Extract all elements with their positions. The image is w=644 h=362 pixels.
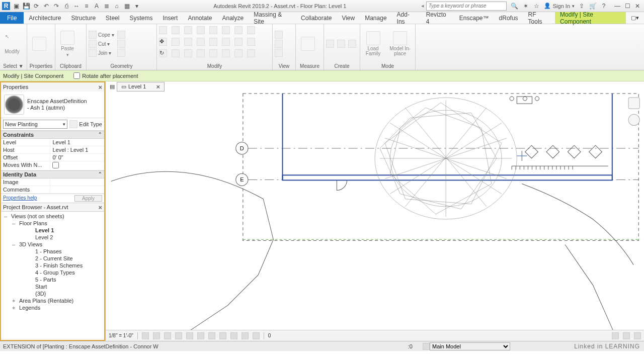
scale-icon[interactable]	[209, 49, 217, 57]
tree-node[interactable]: 4 - Group Types	[1, 269, 104, 276]
create-icon[interactable]	[348, 40, 356, 48]
tab-revizto[interactable]: Revizto 4	[421, 12, 454, 24]
thin-lines-icon[interactable]: ≣	[103, 2, 111, 10]
favorite-icon[interactable]: ☆	[533, 2, 541, 10]
join-button[interactable]: Join ▾	[89, 49, 114, 57]
offset-icon[interactable]	[172, 38, 180, 46]
tree-node[interactable]: 5 - Parts	[1, 276, 104, 283]
modify-tool-icon[interactable]	[234, 26, 243, 34]
tree-node[interactable]: Start	[1, 283, 104, 290]
properties-palette-header[interactable]: Properties ×	[0, 81, 105, 92]
modify-tool-icon[interactable]	[247, 26, 255, 34]
view-tab-level1[interactable]: ▭Level 1 ×	[117, 82, 165, 92]
delete-icon[interactable]	[234, 49, 243, 57]
switch-windows-icon[interactable]: ▦	[123, 2, 131, 10]
section-constraints[interactable]: Constraints⌃	[1, 131, 104, 139]
project-browser-close-icon[interactable]: ×	[98, 204, 102, 211]
search-input[interactable]	[426, 2, 507, 11]
history-back-icon[interactable]: ◂	[419, 3, 426, 9]
modify-tool-icon[interactable]	[234, 38, 243, 46]
mirror-icon[interactable]	[184, 38, 192, 46]
prop-level-value[interactable]: Level 1	[50, 139, 104, 146]
tab-systems[interactable]: Systems	[124, 12, 157, 24]
paste-button[interactable]: Paste▾	[57, 31, 77, 57]
instance-filter-combo[interactable]: New Planting▾	[3, 120, 67, 129]
close-icon[interactable]: ✕	[633, 3, 642, 10]
modify-tool-icon[interactable]	[159, 26, 167, 34]
type-selector[interactable]: Enscape AssetDefinition - Ash 1 (autmn)	[1, 92, 104, 118]
project-browser-header[interactable]: Project Browser - Asset.rvt ×	[0, 203, 105, 212]
measure-icon[interactable]: ↔	[72, 2, 80, 10]
tab-analyze[interactable]: Analyze	[217, 12, 249, 24]
workset-combo[interactable]: Main Model	[430, 342, 510, 350]
edit-type-button[interactable]: Edit Type	[69, 120, 102, 128]
selection-toggle-icon[interactable]	[612, 332, 619, 339]
cart-icon[interactable]: 🛒	[589, 2, 597, 10]
redo-icon[interactable]: ↷	[52, 2, 60, 10]
tree-node[interactable]: 1 - Phases	[1, 248, 104, 255]
detail-level-icon[interactable]	[142, 332, 149, 339]
properties-button[interactable]	[29, 37, 49, 51]
modify-tool-icon[interactable]	[222, 38, 230, 46]
modify-tool-icon[interactable]	[184, 26, 192, 34]
tab-structure[interactable]: Structure	[66, 12, 101, 24]
apply-button[interactable]: Apply	[74, 195, 102, 202]
filter-icon[interactable]	[623, 332, 630, 339]
tab-addins[interactable]: Add-Ins	[392, 12, 421, 24]
tab-massing-site[interactable]: Massing & Site	[249, 12, 296, 24]
rotate-icon[interactable]: ↻	[159, 49, 167, 57]
ribbon-collapse-icon[interactable]: ▢▾	[626, 12, 644, 24]
properties-help-link[interactable]: Properties help	[3, 195, 37, 202]
key-icon[interactable]: ✶	[522, 2, 530, 10]
close-hidden-icon[interactable]: ⌂	[113, 2, 121, 10]
constraints-icon[interactable]	[253, 332, 260, 339]
pin-icon[interactable]	[222, 49, 230, 57]
tree-node[interactable]: 2 - Current Site	[1, 255, 104, 262]
links-icon[interactable]	[634, 332, 641, 339]
exchange-icon[interactable]: ⇪	[578, 2, 586, 10]
load-family-button[interactable]: Load Family	[362, 31, 384, 56]
crop-icon[interactable]	[197, 332, 204, 339]
rotate-after-placement-checkbox[interactable]: Rotate after placement	[73, 72, 138, 79]
hide-isolate-icon[interactable]	[219, 332, 226, 339]
search-icon[interactable]: 🔍	[511, 2, 519, 10]
tab-view[interactable]: View	[337, 12, 360, 24]
geom-icon-3[interactable]	[117, 49, 125, 57]
trim-icon[interactable]	[172, 49, 180, 57]
tab-manage[interactable]: Manage	[360, 12, 391, 24]
modify-tool-icon[interactable]	[222, 26, 230, 34]
help-icon[interactable]: ?	[600, 2, 608, 10]
create-icon[interactable]	[337, 40, 345, 48]
sun-path-icon[interactable]	[164, 332, 171, 339]
workset-icon[interactable]	[423, 343, 430, 350]
modify-tool-icon[interactable]	[172, 26, 180, 34]
tree-node[interactable]: –Views (not on sheets)	[1, 213, 104, 220]
view-scale[interactable]: 1/8" = 1'-0"	[109, 333, 133, 338]
tab-insert[interactable]: Insert	[157, 12, 183, 24]
prop-offset-value[interactable]: 0' 0"	[50, 154, 104, 161]
tree-node[interactable]: +Area Plans (Rentable)	[1, 297, 104, 304]
tab-annotate[interactable]: Annotate	[183, 12, 217, 24]
sync-icon[interactable]: ⟳	[32, 2, 40, 10]
tree-node[interactable]: Level 1	[1, 227, 104, 234]
array-icon[interactable]	[197, 49, 205, 57]
modify-tool-icon[interactable]	[197, 26, 205, 34]
tree-node[interactable]: +Legends	[1, 304, 104, 311]
crop-region-icon[interactable]	[208, 332, 215, 339]
worksharing-icon[interactable]	[242, 332, 249, 339]
prop-image-value[interactable]	[50, 178, 104, 186]
modify-tool-icon[interactable]	[247, 49, 255, 57]
print-icon[interactable]: ⎙	[62, 2, 70, 10]
open-icon[interactable]: ▣	[12, 2, 20, 10]
tree-node[interactable]: {3D}	[1, 290, 104, 297]
tab-steel[interactable]: Steel	[101, 12, 124, 24]
align-icon[interactable]: ≡	[83, 2, 91, 10]
measure-button[interactable]	[298, 37, 318, 51]
geom-icon-1[interactable]	[117, 31, 125, 39]
prop-moves-value[interactable]	[50, 161, 104, 170]
view-icon[interactable]	[275, 49, 283, 57]
maximize-icon[interactable]: ☐	[623, 3, 632, 10]
tab-rftools[interactable]: RF Tools	[523, 12, 555, 24]
modify-tool-icon[interactable]	[197, 38, 205, 46]
modify-tool-icon[interactable]	[247, 38, 255, 46]
